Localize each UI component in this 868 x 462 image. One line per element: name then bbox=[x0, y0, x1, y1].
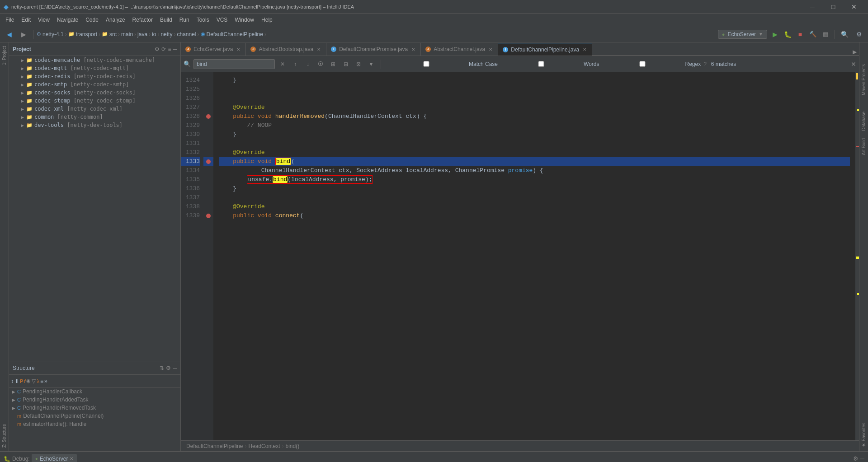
breadcrumb-item-netty2[interactable]: netty bbox=[160, 31, 172, 37]
menu-edit[interactable]: Edit bbox=[18, 15, 34, 25]
tree-item-codec-redis[interactable]: ▶ 📁 codec-redis [netty-codec-redis] bbox=[9, 72, 180, 80]
tree-item-codec-mqtt[interactable]: ▶ 📁 codec-mqtt [netty-codec-mqtt] bbox=[9, 64, 180, 72]
structure-icon-minimize[interactable]: ─ bbox=[173, 365, 177, 371]
regex-option[interactable]: Regex bbox=[602, 61, 701, 67]
debug-button[interactable]: 🐛 bbox=[782, 28, 793, 40]
find-clear-button[interactable]: ✕ bbox=[278, 59, 288, 69]
debug-close-button[interactable]: ─ bbox=[860, 455, 864, 462]
project-icon-collapse[interactable]: ≡ bbox=[168, 46, 171, 52]
debug-gear-button[interactable]: ⚙ bbox=[853, 455, 859, 462]
menu-run[interactable]: Run bbox=[176, 15, 193, 25]
maven-projects-label[interactable]: Maven Projects bbox=[860, 61, 867, 99]
find-filter-button[interactable]: ⊞ bbox=[328, 59, 338, 69]
find-next-button[interactable]: ↓ bbox=[303, 59, 313, 69]
project-icon-minimize[interactable]: ─ bbox=[173, 46, 177, 52]
match-case-option[interactable]: Match Case bbox=[386, 61, 498, 67]
help-icon[interactable]: ? bbox=[703, 61, 707, 67]
breadcrumb-item-main[interactable]: main bbox=[121, 31, 133, 37]
database-label[interactable]: Database bbox=[860, 108, 867, 135]
project-icon-gear[interactable]: ⚙ bbox=[155, 46, 160, 52]
structure-item-PendingHandlerAddedTask[interactable]: ▶ C PendingHandlerAddedTask bbox=[9, 396, 180, 404]
search-everywhere-button[interactable]: 🔍 bbox=[838, 28, 851, 41]
breakpoint-dot-1339[interactable] bbox=[206, 214, 211, 218]
tab-scroll-right[interactable]: ▶ bbox=[850, 49, 859, 56]
structure-item-PendingHandlerRemovedTask[interactable]: ▶ C PendingHandlerRemovedTask bbox=[9, 404, 180, 412]
find-options-extra1[interactable]: ⊟ bbox=[341, 59, 351, 69]
back-button[interactable]: ◀ bbox=[3, 28, 15, 41]
breakpoint-dot-1328[interactable] bbox=[206, 114, 211, 119]
menu-vcs[interactable]: VCS bbox=[213, 15, 231, 25]
structure-icon-gear[interactable]: ⚙ bbox=[166, 365, 171, 371]
structure-panel-label[interactable]: Z: Structure bbox=[1, 420, 8, 451]
structure-final-button[interactable]: f bbox=[24, 378, 25, 384]
stop-button[interactable]: ■ bbox=[794, 28, 806, 40]
tree-item-codec-stomp[interactable]: ▶ 📁 codec-stomp [netty-codec-stomp] bbox=[9, 97, 180, 105]
breakpoint-dot-1333[interactable]: 💡 bbox=[206, 159, 211, 164]
tab-close-defaultchannelpromise[interactable]: ✕ bbox=[410, 46, 416, 53]
forward-button[interactable]: ▶ bbox=[17, 28, 30, 41]
tab-close-echoserver[interactable]: ✕ bbox=[236, 46, 241, 53]
structure-item-estimatorHandle[interactable]: m estimatorHandle(): Handle bbox=[9, 420, 180, 428]
breadcrumb-item-java[interactable]: java bbox=[137, 31, 147, 37]
find-options-extra2[interactable]: ⊠ bbox=[354, 59, 363, 69]
tree-item-dev-tools[interactable]: ▶ 📁 dev-tools [netty-dev-tools] bbox=[9, 121, 180, 129]
structure-item-constructor[interactable]: m DefaultChannelPipeline(Channel) bbox=[9, 412, 180, 420]
run-config-selector[interactable]: ● EchoServer ▼ bbox=[718, 30, 767, 39]
tree-item-codec-socks[interactable]: ▶ 📁 codec-socks [netty-codec-socks] bbox=[9, 89, 180, 97]
menu-file[interactable]: File bbox=[2, 15, 18, 25]
menu-build[interactable]: Build bbox=[156, 15, 176, 25]
code-content[interactable]: } @Override public void handlerRemoved(C… bbox=[213, 72, 855, 440]
menu-code[interactable]: Code bbox=[82, 15, 102, 25]
find-match-words-button[interactable]: ⦿ bbox=[316, 59, 326, 69]
structure-item-PendingHandlerCallback[interactable]: ▶ C PendingHandlerCallback bbox=[9, 387, 180, 396]
breadcrumb-item-headcontext[interactable]: HeadContext bbox=[248, 443, 280, 449]
words-option[interactable]: Words bbox=[500, 61, 599, 67]
tab-defaultchannelpipeline[interactable]: I DefaultChannelPipeline.java ✕ bbox=[498, 43, 592, 56]
echoserver-tab-close[interactable]: ✕ bbox=[70, 456, 73, 461]
structure-more-button[interactable]: » bbox=[44, 378, 47, 384]
art-build-label[interactable]: Art Build bbox=[860, 135, 867, 159]
build-button[interactable]: 🔨 bbox=[807, 28, 819, 40]
tree-item-codec-xml[interactable]: ▶ 📁 codec-xml [netty-codec-xml] bbox=[9, 105, 180, 113]
settings-button[interactable]: ⚙ bbox=[853, 28, 865, 41]
breadcrumb-item-src[interactable]: src bbox=[109, 31, 117, 37]
menu-tools[interactable]: Tools bbox=[193, 15, 213, 25]
structure-expand-button[interactable]: ≡ bbox=[40, 378, 43, 384]
debug-tab-echoserver[interactable]: ● EchoServer ✕ bbox=[32, 454, 77, 462]
structure-public-button[interactable]: P bbox=[20, 378, 23, 384]
menu-analyze[interactable]: Analyze bbox=[102, 15, 129, 25]
breadcrumb-item-file[interactable]: DefaultChannelPipeline bbox=[207, 31, 263, 37]
tree-item-codec-memcache[interactable]: ▶ 📁 codec-memcache [netty-codec-memcache… bbox=[9, 56, 180, 64]
tab-echoserver[interactable]: J EchoServer.java ✕ bbox=[181, 43, 246, 56]
structure-inherited-button[interactable]: ▽ bbox=[32, 378, 36, 384]
breadcrumb-item-bind[interactable]: bind() bbox=[285, 443, 299, 449]
breadcrumb-item-io[interactable]: io bbox=[152, 31, 156, 37]
run-button[interactable]: ▶ bbox=[769, 28, 781, 40]
tab-abstractbootstrap[interactable]: J AbstractBootstrap.java ✕ bbox=[246, 43, 326, 56]
tab-close-abstractbootstrap[interactable]: ✕ bbox=[316, 46, 321, 53]
menu-refactor[interactable]: Refactor bbox=[129, 15, 156, 25]
breadcrumb-item-channel[interactable]: channel bbox=[177, 31, 196, 37]
tree-item-common[interactable]: ▶ 📁 common [netty-common] bbox=[9, 113, 180, 121]
project-panel-label[interactable]: 1: Project bbox=[1, 42, 8, 69]
menu-navigate[interactable]: Navigate bbox=[53, 15, 82, 25]
breadcrumb-item-transport[interactable]: transport bbox=[76, 31, 97, 37]
tab-close-defaultchannelpipeline[interactable]: ✕ bbox=[582, 46, 587, 53]
find-filter-button2[interactable]: ▼ bbox=[366, 59, 376, 69]
find-close-button[interactable]: ✕ bbox=[851, 61, 856, 68]
coverage-button[interactable]: ▦ bbox=[820, 28, 831, 40]
menu-window[interactable]: Window bbox=[231, 15, 258, 25]
structure-lambda-button[interactable]: λ bbox=[37, 378, 39, 384]
minimize-button[interactable]: ─ bbox=[802, 0, 823, 14]
find-prev-button[interactable]: ↑ bbox=[290, 59, 300, 69]
structure-protected-button[interactable]: ◉ bbox=[26, 378, 31, 384]
breadcrumb-item-netty[interactable]: netty-4.1 bbox=[42, 31, 64, 37]
find-input[interactable] bbox=[193, 59, 275, 69]
tab-close-abstractchannel[interactable]: ✕ bbox=[488, 46, 493, 53]
sort-visibility-button[interactable]: ⬆ bbox=[14, 378, 19, 384]
project-icon-sync[interactable]: ⟳ bbox=[161, 46, 166, 52]
sort-alpha-button[interactable]: ↕ bbox=[11, 378, 14, 384]
structure-icon-sort[interactable]: ⇅ bbox=[160, 365, 164, 371]
menu-view[interactable]: View bbox=[34, 15, 53, 25]
favorites-label[interactable]: ★ Favorites bbox=[860, 419, 867, 451]
